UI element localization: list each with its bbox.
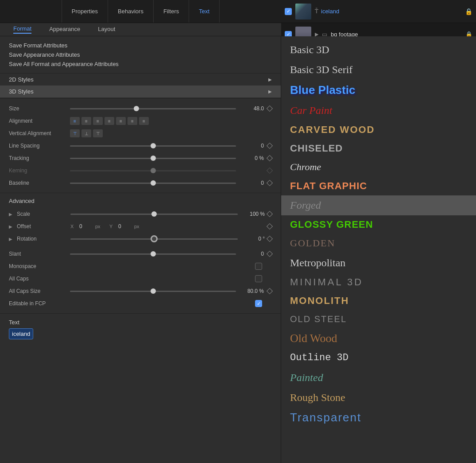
style-row-2d[interactable]: 2D Styles ▶	[0, 74, 281, 86]
slant-thumb[interactable]	[151, 251, 156, 257]
main-tab-group: Properties Behaviors Filters Text	[62, 0, 220, 23]
align-left[interactable]: ≡	[70, 117, 80, 125]
allcaps-size-slider[interactable]	[70, 291, 236, 292]
valign-top[interactable]: ⊤	[70, 129, 80, 137]
style-item-flat-graphic[interactable]: FLAT GRAPHIC	[281, 177, 476, 195]
align-right[interactable]: ≡	[93, 117, 103, 125]
styles-list: Basic 3DBasic 3D SerifBlue PlasticCar Pa…	[281, 36, 476, 432]
style-item-minimal-3d[interactable]: MINIMAL 3D	[281, 273, 476, 292]
menu-save-appearance[interactable]: Save Appearance Attributes	[9, 50, 272, 59]
style-item-rough-stone[interactable]: Rough Stone	[281, 388, 476, 408]
offset-keyframe[interactable]	[267, 223, 273, 230]
style-item-chrome[interactable]: Chrome	[281, 158, 476, 176]
monospace-checkbox[interactable]	[255, 263, 262, 270]
kerning-keyframe[interactable]	[267, 167, 273, 174]
scale-slider[interactable]	[70, 214, 238, 215]
divider-3	[0, 313, 281, 314]
tracking-thumb[interactable]	[151, 156, 156, 161]
arrow-2d: ▶	[268, 77, 272, 82]
text-section: Text iceland	[0, 315, 281, 344]
linespacing-slider[interactable]	[70, 145, 236, 147]
align-justify-right[interactable]: ≡	[128, 117, 137, 125]
baseline-slider[interactable]	[70, 183, 236, 184]
prop-linespacing-row: Line Spacing 0	[9, 140, 272, 152]
prop-kerning-row: Kerning	[9, 164, 272, 177]
tab-behaviors[interactable]: Behaviors	[108, 0, 154, 23]
valign-middle[interactable]: ⊥	[81, 129, 91, 137]
baseline-thumb[interactable]	[151, 180, 156, 186]
editable-fcp-checkbox[interactable]	[255, 300, 262, 307]
linespacing-keyframe[interactable]	[267, 143, 273, 149]
prop-alignment-row: Alignment ≡ ≡ ≡ ≡ ≡ ≡ ≡	[9, 115, 272, 127]
align-justify-center[interactable]: ≡	[116, 117, 126, 125]
allcaps-checkbox[interactable]	[255, 275, 262, 282]
style-item-forged[interactable]: Forged	[281, 195, 476, 215]
style-item-transparent[interactable]: Transparent	[281, 407, 476, 428]
scale-thumb[interactable]	[151, 211, 157, 217]
slant-slider[interactable]	[70, 253, 236, 255]
style-item-glossy-green[interactable]: GLOSSY GREEN	[281, 215, 476, 234]
style-item-golden[interactable]: GOLDEN	[281, 234, 476, 253]
sub-tab-layout[interactable]: Layout	[98, 26, 115, 33]
style-item-chiseled[interactable]: CHISELED	[281, 139, 476, 158]
prop-editable-row: Editable in FCP	[9, 297, 272, 310]
rotation-slider[interactable]	[70, 238, 238, 240]
size-keyframe[interactable]	[267, 105, 273, 112]
rotation-thumb[interactable]	[151, 235, 158, 242]
sub-tab-format[interactable]: Format	[13, 25, 31, 34]
layer-1-thumbnail	[295, 4, 311, 19]
text-input-container[interactable]: iceland	[9, 328, 33, 339]
style-item-old-steel[interactable]: OLD STEEL	[281, 310, 476, 328]
rotation-expand-arrow[interactable]: ▶	[9, 237, 14, 241]
tab-properties[interactable]: Properties	[62, 0, 108, 23]
tab-filters[interactable]: Filters	[154, 0, 189, 23]
text-value: iceland	[12, 331, 30, 337]
kerning-thumb[interactable]	[151, 168, 156, 173]
style-item-blue-plastic[interactable]: Blue Plastic	[281, 80, 476, 101]
align-justify-all[interactable]: ≡	[139, 117, 149, 125]
size-slider[interactable]	[70, 108, 236, 109]
style-item-metropolitan[interactable]: Metropolitan	[281, 253, 476, 273]
menu-save-all[interactable]: Save All Format and Appearance Attribute…	[9, 59, 272, 69]
prop-section-size: Size 48.0 Alignment ≡ ≡ ≡ ≡ ≡ ≡ ≡	[0, 100, 281, 192]
kerning-slider[interactable]	[70, 170, 236, 171]
style-item-basic-3d[interactable]: Basic 3D	[281, 40, 476, 60]
style-item-old-wood[interactable]: Old Wood	[281, 328, 476, 349]
linespacing-thumb[interactable]	[151, 143, 156, 148]
offset-expand-arrow[interactable]: ▶	[9, 224, 14, 229]
size-thumb[interactable]	[134, 106, 139, 111]
prop-monospace-row: Monospace	[9, 260, 272, 272]
right-panel: Basic 3DBasic 3D SerifBlue PlasticCar Pa…	[281, 36, 476, 463]
menu-save-format[interactable]: Save Format Attributes	[9, 41, 272, 50]
style-item-monolith[interactable]: MONOLITH	[281, 292, 476, 310]
sub-header: Format Appearance Layout ✓ ▶ ▭ bg footag…	[0, 23, 476, 36]
baseline-keyframe[interactable]	[267, 180, 273, 186]
style-row-3d[interactable]: 3D Styles ▶	[0, 86, 281, 97]
layer-1-icons: 🔒	[465, 8, 472, 15]
style-item-basic-3d-serif[interactable]: Basic 3D Serif	[281, 60, 476, 80]
valign-bottom[interactable]: ⊤	[93, 129, 103, 137]
style-item-outline-3d[interactable]: Outline 3D	[281, 349, 476, 367]
sub-tab-appearance[interactable]: Appearance	[49, 26, 80, 33]
rotation-keyframe[interactable]	[267, 236, 273, 242]
layer-1-checkbox[interactable]: ✓	[285, 8, 292, 15]
style-item-car-paint[interactable]: Car Paint	[281, 101, 476, 121]
allcaps-size-keyframe[interactable]	[267, 288, 273, 294]
style-item-carved-wood[interactable]: CARVED WOOD	[281, 121, 476, 139]
prop-allcaps-row: All Caps	[9, 272, 272, 285]
scale-keyframe[interactable]	[267, 211, 273, 217]
prop-tracking-row: Tracking 0 %	[9, 152, 272, 164]
style-item-painted[interactable]: Painted	[281, 368, 476, 388]
align-justify[interactable]: ≡	[104, 117, 114, 125]
scale-expand-arrow[interactable]: ▶	[9, 212, 14, 217]
tracking-keyframe[interactable]	[267, 155, 273, 161]
prop-scale-row: ▶ Scale 100 %	[0, 208, 281, 220]
tracking-slider[interactable]	[70, 158, 236, 159]
divider-2	[0, 193, 281, 193]
align-center[interactable]: ≡	[81, 117, 91, 125]
allcaps-size-thumb[interactable]	[151, 288, 156, 294]
tab-text[interactable]: Text	[189, 0, 220, 23]
slant-keyframe[interactable]	[267, 251, 273, 257]
left-panel: Save Format Attributes Save Appearance A…	[0, 36, 281, 463]
align-group: ≡ ≡ ≡ ≡ ≡ ≡ ≡	[70, 117, 149, 125]
